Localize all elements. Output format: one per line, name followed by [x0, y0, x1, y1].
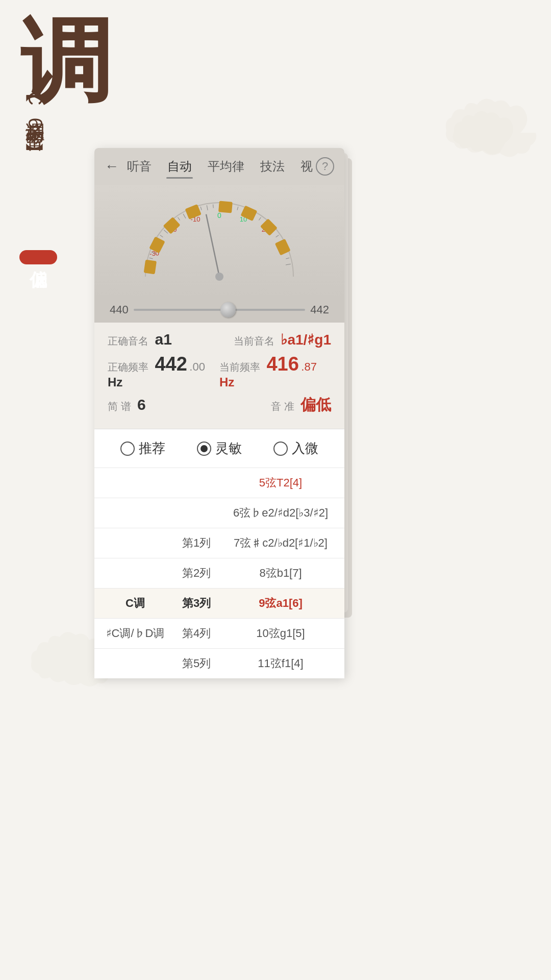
table-cell-col: 第1列	[166, 535, 227, 551]
table-cell-col: 第4列	[166, 626, 227, 641]
meter-display: -30 -20 -10 0 10 20 30	[130, 195, 309, 287]
svg-point-52	[215, 273, 223, 281]
help-button[interactable]: ?	[316, 157, 334, 176]
svg-rect-49	[260, 218, 278, 236]
current-freq-label: 当前频率	[219, 361, 260, 373]
correct-note-value: a1	[155, 331, 171, 348]
table-cell-string: 11弦f1[4]	[227, 656, 334, 671]
svg-text:0: 0	[217, 211, 221, 219]
table-row: 6弦♭e2/♯d2[♭3/♯2]	[94, 498, 344, 528]
table-cell-string: 6弦♭e2/♯d2[♭3/♯2]	[227, 505, 334, 521]
jianpu-info-row: 简 谱 6 音 准 偏低	[108, 395, 331, 415]
frequency-slider-area: 440 442	[94, 297, 344, 323]
freq-info-row: 正确频率 442 .00 Hz 当前频率 416 .87 Hz	[108, 353, 331, 389]
svg-line-20	[183, 214, 186, 218]
svg-line-51	[206, 214, 219, 277]
pitch-group: 音 准 偏低	[271, 395, 331, 415]
correct-freq-label: 正确频率	[108, 361, 148, 373]
correct-note-label: 正确音名	[108, 335, 148, 347]
freq-right-label: 442	[310, 303, 329, 316]
correct-note-group: 正确音名 a1	[108, 331, 172, 348]
nav-tabs: 听音 自动 平均律 技法 视	[124, 156, 316, 177]
table-row: ♯C调/♭D调 第4列 10弦g1[5]	[94, 618, 344, 648]
current-freq-decimal: .87	[301, 360, 317, 373]
cloud-decoration-top	[429, 92, 541, 176]
current-note-label: 当前音名	[234, 335, 274, 347]
table-row: 第5列 11弦f1[4]	[94, 648, 344, 678]
table-cell-string: 9弦a1[6]	[227, 596, 334, 611]
table-row: 5弦T2[4]	[94, 468, 344, 498]
radio-recommend-circle[interactable]	[120, 442, 135, 456]
tuner-header: ← 听音 自动 平均律 技法 视 ?	[94, 148, 344, 185]
status-badge: 偏低	[19, 250, 57, 264]
svg-rect-43	[144, 260, 157, 275]
tuner-meter: -30 -20 -10 0 10 20 30	[94, 185, 344, 297]
pitch-label: 音 准	[271, 401, 294, 412]
table-row: 第1列 7弦♯c2/♭d2[♯1/♭2]	[94, 528, 344, 558]
table-cell-col: 第2列	[166, 566, 227, 581]
correct-freq-unit: Hz	[108, 375, 122, 389]
string-table: 5弦T2[4] 6弦♭e2/♯d2[♭3/♯2] 第1列 7弦♯c2/♭d2[♯…	[94, 468, 344, 678]
radio-recommend[interactable]: 推荐	[120, 439, 165, 457]
svg-line-25	[213, 205, 214, 208]
freq-left-label: 440	[110, 303, 129, 316]
title-character: 调	[20, 15, 112, 107]
freq-slider-thumb[interactable]	[220, 302, 236, 317]
tuner-info: 正确音名 a1 当前音名 ♭a1/♯g1 正确频率 442 .00 Hz 当前频…	[94, 323, 344, 429]
svg-line-11	[149, 258, 153, 259]
svg-line-37	[276, 235, 279, 237]
radio-fine-circle[interactable]	[273, 442, 288, 456]
svg-line-24	[207, 205, 208, 210]
table-cell-string: 10弦g1[5]	[227, 626, 334, 641]
table-row-highlighted: C调 第3列 9弦a1[6]	[94, 588, 344, 618]
radio-sensitive[interactable]: 灵敏	[197, 439, 242, 457]
tab-auto[interactable]: 自动	[166, 156, 193, 177]
sensitivity-options: 推荐 灵敏 入微	[94, 429, 344, 468]
table-cell-string: 8弦b1[7]	[227, 566, 334, 581]
current-note-value: ♭a1/♯g1	[281, 332, 331, 348]
svg-line-29	[237, 207, 238, 210]
note-info-row: 正确音名 a1 当前音名 ♭a1/♯g1	[108, 331, 331, 348]
table-cell-string: 5弦T2[4]	[227, 475, 334, 491]
tab-listen[interactable]: 听音	[126, 156, 153, 177]
correct-freq-decimal: .00	[189, 360, 205, 373]
svg-rect-47	[218, 201, 233, 213]
radio-sensitive-circle[interactable]	[197, 442, 211, 456]
jianpu-group: 简 谱 6	[108, 396, 146, 413]
radio-sensitive-label: 灵敏	[215, 439, 242, 457]
current-freq-unit: Hz	[219, 375, 234, 389]
svg-line-23	[201, 207, 202, 210]
correct-freq-value: 442	[155, 353, 187, 375]
current-freq-group: 当前频率 416 .87 Hz	[219, 353, 331, 389]
tab-visual[interactable]: 视	[299, 156, 314, 177]
correct-freq-group: 正确频率 442 .00 Hz	[108, 353, 219, 389]
table-cell-col: 第3列	[166, 596, 227, 611]
main-tuner-card: ← 听音 自动 平均律 技法 视 ?	[94, 148, 344, 678]
svg-line-42	[286, 264, 291, 265]
radio-recommend-label: 推荐	[139, 439, 165, 457]
back-button[interactable]: ←	[105, 158, 119, 175]
svg-line-41	[286, 258, 289, 259]
table-cell-string: 7弦♯c2/♭d2[♯1/♭2]	[227, 535, 334, 551]
table-row: 第2列 8弦b1[7]	[94, 558, 344, 588]
current-note-group: 当前音名 ♭a1/♯g1	[234, 331, 331, 348]
svg-rect-50	[275, 239, 291, 256]
table-cell-key: C调	[105, 596, 166, 611]
jianpu-value: 6	[137, 396, 146, 413]
freq-slider-track[interactable]	[134, 309, 306, 311]
meter-svg: -30 -20 -10 0 10 20 30	[130, 195, 309, 287]
radio-fine-label: 入微	[292, 439, 318, 457]
svg-line-33	[259, 217, 261, 220]
tab-technique[interactable]: 技法	[259, 156, 286, 177]
pitch-value: 偏低	[300, 396, 331, 413]
jianpu-label: 简 谱	[108, 401, 131, 412]
current-freq-value: 416	[266, 353, 298, 375]
table-cell-col: 第5列	[166, 656, 227, 671]
table-cell-key: ♯C调/♭D调	[105, 626, 166, 641]
tab-equal[interactable]: 平均律	[207, 156, 245, 177]
svg-line-19	[178, 217, 180, 220]
svg-line-15	[160, 235, 163, 237]
radio-fine[interactable]: 入微	[273, 439, 318, 457]
